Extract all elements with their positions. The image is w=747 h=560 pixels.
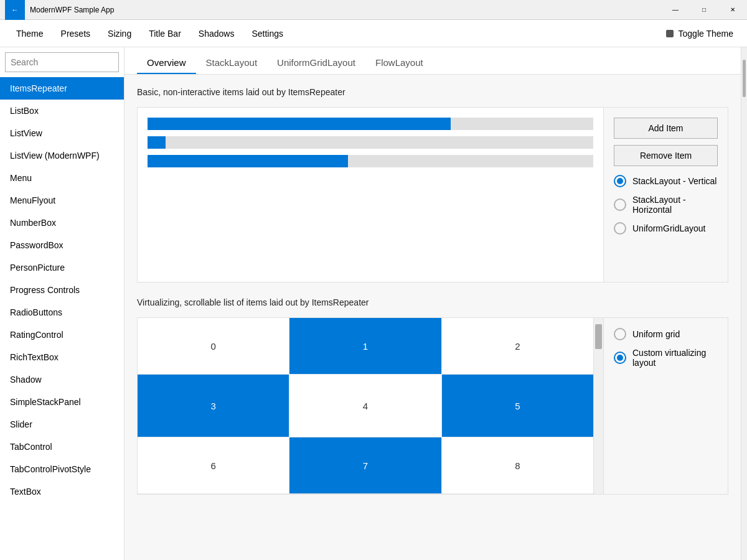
grid-cell-2-0: 6 xyxy=(138,437,289,493)
progress-fill-1 xyxy=(148,136,166,149)
progress-item-2 xyxy=(148,155,593,167)
sidebar-item-ratingcontrol[interactable]: RatingControl xyxy=(0,324,124,346)
menu-theme[interactable]: Theme xyxy=(7,20,52,47)
sidebar-item-menu[interactable]: Menu xyxy=(0,167,124,189)
tab-uniformgridlayout[interactable]: UniformGridLayout xyxy=(267,47,365,74)
grid-cell-0-2: 2 xyxy=(442,318,593,374)
back-button[interactable]: ← xyxy=(5,0,25,20)
sidebar-item-itemsrepeater[interactable]: ItemsRepeater xyxy=(0,77,124,100)
sidebar-item-radiobuttons[interactable]: RadioButtons xyxy=(0,301,124,324)
progress-list xyxy=(148,118,593,167)
search-box[interactable]: 🔍 xyxy=(5,52,119,72)
sidebar-item-simplestackpanel[interactable]: SimpleStackPanel xyxy=(0,391,124,413)
menu-sizing[interactable]: Sizing xyxy=(99,20,140,47)
sidebar-item-listbox[interactable]: ListBox xyxy=(0,100,124,122)
menu-settings[interactable]: Settings xyxy=(243,20,292,47)
section2-controls: Uniform grid Custom virtualizing layout xyxy=(603,318,728,494)
progress-track-1 xyxy=(148,136,593,149)
content-scrollbar[interactable] xyxy=(741,47,747,560)
grid-cell-1-1: 4 xyxy=(289,375,441,437)
radio-uniformgridlayout[interactable]: UniformGridLayout xyxy=(614,222,718,235)
radio-label-0: StackLayout - Vertical xyxy=(632,176,716,186)
grid-row-1: 3 4 5 xyxy=(138,375,593,437)
radio-label-1: StackLayout - Horizontal xyxy=(632,195,718,215)
grid-cell-1-2: 5 xyxy=(442,375,593,437)
radio-circle-2 xyxy=(614,222,626,235)
scroll-thumb xyxy=(595,324,602,349)
toggle-theme-label: Toggle Theme xyxy=(679,29,733,39)
sidebar-list: ItemsRepeater ListBox ListView ListView … xyxy=(0,77,124,560)
sidebar-item-tabcontrol[interactable]: TabControl xyxy=(0,436,124,458)
progress-track-0 xyxy=(148,118,593,130)
tab-flowlayout[interactable]: FlowLayout xyxy=(365,47,433,74)
radio-uniform-grid[interactable]: Uniform grid xyxy=(614,328,718,340)
grid-cell-2-2: 8 xyxy=(442,437,593,493)
remove-item-button[interactable]: Remove Item xyxy=(614,145,718,166)
radio-circle-1 xyxy=(614,198,626,211)
close-button[interactable]: ✕ xyxy=(718,0,747,20)
grid-row-2: 6 7 8 xyxy=(138,437,593,494)
grid-cell-2-1: 7 xyxy=(289,437,441,493)
title-bar: ← ModernWPF Sample App — □ ✕ xyxy=(0,0,747,20)
sidebar-item-passwordbox[interactable]: PasswordBox xyxy=(0,234,124,256)
radio-label-uniform: Uniform grid xyxy=(632,329,680,339)
grid-row-0: 0 1 2 xyxy=(138,318,593,375)
section1-panel: Add Item Remove Item StackLayout - Verti… xyxy=(137,107,728,282)
sidebar-item-listview-modernwpf[interactable]: ListView (ModernWPF) xyxy=(0,144,124,167)
search-input[interactable] xyxy=(6,57,125,67)
tabs-bar: Overview StackLayout UniformGridLayout F… xyxy=(125,47,741,75)
section2-panel: 0 1 2 3 4 5 6 xyxy=(137,317,728,495)
section1-title: Basic, non-interactive items laid out by… xyxy=(137,87,728,97)
content-inner: Basic, non-interactive items laid out by… xyxy=(125,75,741,507)
menu-bar: Theme Presets Sizing Title Bar Shadows S… xyxy=(0,20,747,47)
sidebar: 🔍 ItemsRepeater ListBox ListView ListVie… xyxy=(0,47,125,560)
progress-fill-2 xyxy=(148,155,348,167)
progress-items-area xyxy=(138,108,603,282)
sidebar-item-shadow[interactable]: Shadow xyxy=(0,368,124,391)
tab-stacklayout[interactable]: StackLayout xyxy=(196,47,268,74)
add-item-button[interactable]: Add Item xyxy=(614,118,718,139)
maximize-button[interactable]: □ xyxy=(690,0,718,20)
progress-item-0 xyxy=(148,118,593,130)
tab-overview[interactable]: Overview xyxy=(137,47,196,74)
radio-circle-custom xyxy=(614,352,626,364)
sidebar-item-listview[interactable]: ListView xyxy=(0,122,124,144)
grid-scrollbar[interactable] xyxy=(593,318,603,494)
radio-stacklayout-horizontal[interactable]: StackLayout - Horizontal xyxy=(614,195,718,215)
section-basic: Basic, non-interactive items laid out by… xyxy=(137,87,728,282)
app-title: ModernWPF Sample App xyxy=(30,6,661,14)
window-controls: — □ ✕ xyxy=(661,0,747,20)
main-layout: 🔍 ItemsRepeater ListBox ListView ListVie… xyxy=(0,47,747,560)
sidebar-item-personpicture[interactable]: PersonPicture xyxy=(0,256,124,279)
sidebar-item-slider[interactable]: Slider xyxy=(0,413,124,436)
sidebar-item-menuflyout[interactable]: MenuFlyout xyxy=(0,189,124,212)
sidebar-item-numberbox[interactable]: NumberBox xyxy=(0,212,124,234)
grid-cell-0-0: 0 xyxy=(138,318,289,374)
content-area: Overview StackLayout UniformGridLayout F… xyxy=(125,47,741,560)
progress-fill-0 xyxy=(148,118,451,130)
minimize-button[interactable]: — xyxy=(661,0,690,20)
radio-circle-0 xyxy=(614,175,626,187)
svg-rect-0 xyxy=(666,30,674,37)
radio-stacklayout-vertical[interactable]: StackLayout - Vertical xyxy=(614,175,718,187)
radio-label-2: UniformGridLayout xyxy=(632,223,706,233)
scroll-track xyxy=(594,318,603,494)
menu-presets[interactable]: Presets xyxy=(52,20,99,47)
sidebar-item-textbox[interactable]: TextBox xyxy=(0,480,124,503)
menu-shadows[interactable]: Shadows xyxy=(190,20,243,47)
grid-area: 0 1 2 3 4 5 6 xyxy=(138,318,593,494)
menu-titlebar[interactable]: Title Bar xyxy=(140,20,190,47)
content-scrollbar-thumb xyxy=(743,60,746,97)
toggle-theme-button[interactable]: Toggle Theme xyxy=(659,26,740,41)
grid-cell-0-1: 1 xyxy=(289,318,441,374)
progress-track-2 xyxy=(148,155,593,167)
sidebar-item-richtextbox[interactable]: RichTextBox xyxy=(0,346,124,368)
grid-container: 0 1 2 3 4 5 6 xyxy=(138,318,593,494)
sidebar-item-tabcontrolpivotstyle[interactable]: TabControlPivotStyle xyxy=(0,458,124,480)
section-virtualizing: Virtualizing, scrollable list of items l… xyxy=(137,297,728,495)
radio-custom-virtualizing[interactable]: Custom virtualizing layout xyxy=(614,348,718,368)
layout-radio-group: StackLayout - Vertical StackLayout - Hor… xyxy=(614,175,718,235)
sidebar-item-progress-controls[interactable]: Progress Controls xyxy=(0,279,124,301)
radio-circle-uniform xyxy=(614,328,626,340)
radio-label-custom: Custom virtualizing layout xyxy=(632,348,718,368)
